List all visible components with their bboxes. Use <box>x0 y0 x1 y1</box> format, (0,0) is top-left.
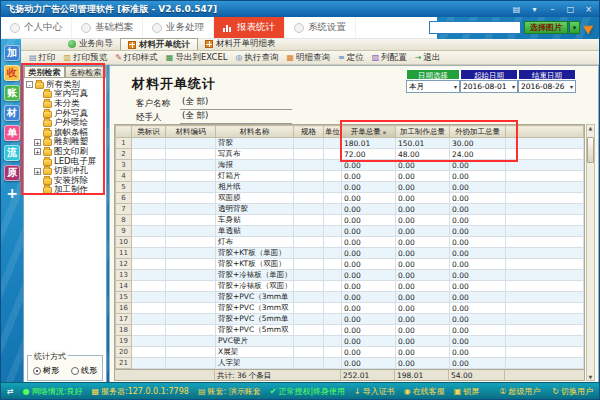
quick-button-3[interactable]: 账 <box>4 85 20 101</box>
search-tab-1[interactable]: 类别检索 <box>24 66 65 78</box>
table-row[interactable]: 12背胶+KT板（双面）0.000.000.00 <box>116 259 584 270</box>
nav-item-2[interactable]: 基础档案 <box>72 17 143 38</box>
table-row[interactable]: 14背胶+冷裱板（双面）0.000.000.00 <box>116 281 584 292</box>
column-header[interactable]: 材料编码 <box>166 126 216 138</box>
status-left-item-7[interactable]: ◉在线客服 <box>404 386 445 397</box>
toolbar-button-1[interactable]: ▤打印 <box>25 52 60 64</box>
toolbar-button-6[interactable]: ▦明细查询 <box>283 52 335 64</box>
close-button[interactable]: × <box>583 5 594 14</box>
nav-item-5[interactable]: 系统设置 <box>285 17 356 38</box>
toolbar-button-8[interactable]: ▨列配置 <box>368 52 411 64</box>
table-row[interactable]: 3海报0.000.000.00 <box>116 160 584 171</box>
table-row[interactable]: 4灯箱片0.000.000.00 <box>116 171 584 182</box>
status-left-item-8[interactable]: ▣锁屏 <box>454 386 480 397</box>
table-row[interactable]: 21人字架0.000.000.00 <box>116 358 584 369</box>
nav-item-1[interactable]: 个人中心 <box>1 17 72 38</box>
nav-item-label: 个人中心 <box>24 21 62 34</box>
radio-option-1[interactable]: 树形 <box>33 365 59 376</box>
table-row[interactable]: 16背胶+PVC（3mm双0.000.000.00 <box>116 303 584 314</box>
table-row[interactable]: 11背胶+KT板（单面）0.000.000.00 <box>116 248 584 259</box>
open-qty-cell: 0.00 <box>342 204 396 215</box>
quick-button-1[interactable]: 加 <box>4 45 20 61</box>
minimize-button[interactable]: – <box>547 5 558 14</box>
table-row[interactable]: 1背胶180.01150.0130.00 <box>116 138 584 149</box>
image-search-input[interactable] <box>429 21 521 34</box>
table-row[interactable]: 13背胶+冷裱板（单面）0.000.000.00 <box>116 270 584 281</box>
quick-button-5[interactable]: 单 <box>4 125 20 141</box>
status-text: 在线客服 <box>413 386 445 397</box>
nav-item-4[interactable]: 报表统计 <box>214 17 285 38</box>
toolbar-button-7[interactable]: ≡定位 <box>334 52 368 64</box>
toolbar-button-4[interactable]: ▦导出到EXCEL <box>162 52 232 64</box>
column-header[interactable]: 规格 <box>294 126 324 138</box>
search-tab-2[interactable]: 名称检索 <box>65 66 106 78</box>
status-left-item-4[interactable]: ▤账套: 演示账套 <box>198 386 261 397</box>
table-row[interactable]: 18背胶+PVC（5mm双0.000.000.00 <box>116 325 584 336</box>
select-image-dropdown[interactable]: ▾ <box>569 21 580 34</box>
end-date-select[interactable]: 2016-08-26▾ <box>518 80 576 93</box>
tree-item-11[interactable]: 加工制作 <box>26 186 106 196</box>
table-row[interactable]: 8车身贴0.000.000.00 <box>116 215 584 226</box>
filter-value[interactable]: (全 部) <box>180 110 292 124</box>
start-date-select[interactable]: 2016-08-01▾ <box>460 80 518 93</box>
toolbar-button-9[interactable]: →退出 <box>411 52 445 64</box>
expand-icon[interactable]: + <box>34 148 41 155</box>
table-row[interactable]: 10灯布0.000.000.00 <box>116 237 584 248</box>
status-left-item-1[interactable]: ⇄ <box>7 387 14 396</box>
table-row[interactable]: 9单透贴0.000.000.00 <box>116 226 584 237</box>
nav-item-3[interactable]: 业务处理 <box>143 17 214 38</box>
status-text: 服务器:127.0.0.1:7798 <box>101 386 189 397</box>
column-header[interactable]: 外协加工总量 <box>450 126 506 138</box>
scroll-up-icon[interactable]: ▲ <box>589 125 593 131</box>
row-number: 2 <box>116 149 132 160</box>
tab-2[interactable]: 材料开单统计 <box>120 38 198 50</box>
column-header[interactable]: 材料名称 <box>216 126 294 138</box>
column-header[interactable]: 加工制作总量 <box>396 126 450 138</box>
status-right-item-1[interactable]: ①超级用户 <box>499 386 540 397</box>
status-right-item-2[interactable]: ↻切换用户 <box>552 386 593 397</box>
quick-button-2[interactable]: 收 <box>4 65 20 81</box>
scroll-thumb[interactable] <box>587 137 594 163</box>
status-left-item-2[interactable]: ●网络情况:良好 <box>23 386 83 397</box>
toolbar-button-5[interactable]: ◎执行查询 <box>232 52 283 64</box>
toolbar-button-2[interactable]: ▥打印预览 <box>60 52 112 64</box>
folder-icon <box>43 159 52 166</box>
material-name-cell: 背胶+PVC（5mm双 <box>216 325 294 336</box>
tab-label: 业务向导 <box>79 38 113 50</box>
file-icon[interactable]: ▤ <box>511 5 522 14</box>
table-row[interactable]: 7透明背胶0.000.000.00 <box>116 204 584 215</box>
vertical-scrollbar[interactable]: ▲ ▼ <box>586 124 595 381</box>
quick-button-8[interactable]: + <box>4 185 20 201</box>
date-mode-select[interactable]: 本月▾ <box>406 80 460 93</box>
select-image-button[interactable]: 选择图片 <box>524 21 568 34</box>
maximize-button[interactable]: □ <box>565 5 576 14</box>
collapse-icon[interactable]: - <box>26 81 33 88</box>
status-left-item-6[interactable]: ↓导入证书 <box>354 386 395 397</box>
table-row[interactable]: 2写真布72.0048.0024.00 <box>116 149 584 160</box>
table-row[interactable]: 17背胶+PVC（5mm单0.000.000.00 <box>116 314 584 325</box>
column-header[interactable]: 开单总量▪ <box>342 126 396 138</box>
tab-3[interactable]: 材料开单明细表 <box>198 38 283 50</box>
check-icon: ✔ <box>270 387 277 396</box>
radio-option-2[interactable]: 线形 <box>71 365 97 376</box>
skin-icon[interactable]: ▾ <box>529 5 540 14</box>
table-row[interactable]: 5相片纸0.000.000.00 <box>116 182 584 193</box>
filter-value[interactable]: (全 部) <box>180 96 292 110</box>
quick-button-7[interactable]: 原 <box>4 165 20 181</box>
scroll-down-icon[interactable]: ▼ <box>589 374 593 380</box>
quick-button-4[interactable]: 材 <box>4 105 20 121</box>
tab-1[interactable]: 业务向导 <box>61 38 120 50</box>
table-row[interactable]: 6双面膜0.000.000.00 <box>116 193 584 204</box>
column-header[interactable]: 单位 <box>324 126 342 138</box>
table-row[interactable]: 15背胶+PVC（3mm单0.000.000.00 <box>116 292 584 303</box>
table-row[interactable]: 20X展架0.000.000.00 <box>116 347 584 358</box>
quick-button-6[interactable]: 流 <box>4 145 20 161</box>
status-left-item-5[interactable]: ✔正常授权|终身使用 <box>270 386 345 397</box>
column-header[interactable]: 类标识 <box>132 126 166 138</box>
folder-icon <box>43 120 52 127</box>
toolbar-button-3[interactable]: ✎打印样式 <box>111 52 162 64</box>
expand-icon[interactable]: + <box>34 139 41 146</box>
expand-icon[interactable]: + <box>34 168 41 175</box>
table-row[interactable]: 19PVC硬片0.000.000.00 <box>116 336 584 347</box>
status-left-item-3[interactable]: ▦服务器:127.0.0.1:7798 <box>91 386 188 397</box>
